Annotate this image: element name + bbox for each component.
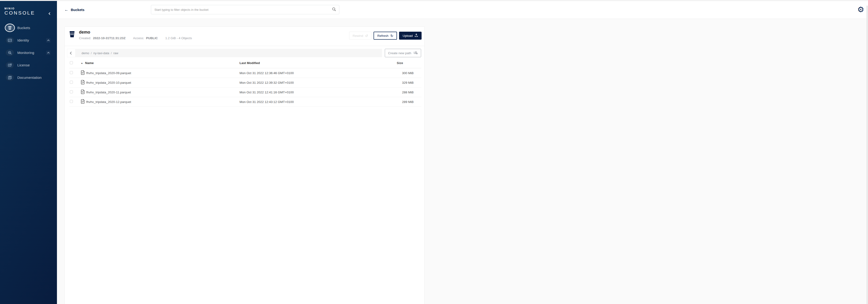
- chevron-left-icon: [49, 12, 51, 15]
- size-column-header[interactable]: Size: [386, 61, 421, 65]
- created-label: Created:: [79, 36, 91, 40]
- upload-button[interactable]: Upload: [399, 32, 422, 39]
- sidebar-item-license[interactable]: License: [0, 59, 57, 71]
- object-name: fhvhv_tripdata_2020-12.parquet: [86, 100, 131, 104]
- sidebar-item-label: Monitoring: [17, 51, 34, 55]
- row-checkbox-cell: [69, 71, 81, 75]
- logo-line1: MINIO: [4, 7, 35, 10]
- bucket-meta: Created: 2022-10-31T11:31:23Z Access: PU…: [79, 36, 192, 40]
- breadcrumb-separator: /: [91, 51, 92, 55]
- bucket-actions: Rewind ↺ Refresh ↻ Upload: [349, 32, 422, 39]
- objects-table: ▲ Name Last Modified Size fhvhv_tripdata…: [69, 58, 421, 107]
- bucket-icon: [5, 24, 14, 31]
- table-row[interactable]: fhvhv_tripdata_2020-09.parquet Mon Oct 3…: [69, 68, 421, 78]
- row-checkbox[interactable]: [70, 90, 73, 93]
- window-top-strip: [0, 0, 434, 1]
- name-column-header[interactable]: ▲ Name: [81, 61, 240, 65]
- row-checkbox-cell: [69, 80, 81, 85]
- breadcrumb-segment[interactable]: raw: [114, 51, 118, 55]
- sidebar-item-label: License: [17, 63, 30, 67]
- object-last-modified: Mon Oct 31 2022 12:39:32 GMT+0100: [240, 81, 386, 84]
- create-path-icon: [413, 51, 418, 55]
- bucket-header: demo Created: 2022-10-31T11:31:23Z Acces…: [65, 27, 424, 46]
- chevron-up-icon: [47, 39, 50, 42]
- breadcrumb: demo / ny-taxi-data / raw: [75, 49, 382, 57]
- logo-line2: CONSOLE: [4, 10, 35, 16]
- object-file-icon: [81, 90, 85, 95]
- breadcrumb-segment[interactable]: demo: [82, 51, 89, 55]
- row-checkbox-cell: [69, 100, 81, 104]
- object-name-cell[interactable]: fhvhv_tripdata_2020-10.parquet: [81, 80, 240, 85]
- object-file-icon: [81, 71, 85, 76]
- created-value: 2022-10-31T11:31:23Z: [93, 36, 126, 40]
- table-row[interactable]: fhvhv_tripdata_2020-10.parquet Mon Oct 3…: [69, 78, 421, 87]
- search-input[interactable]: [151, 8, 332, 11]
- sidebar-item-label: Buckets: [17, 26, 30, 30]
- minio-logo: MINIO CONSOLE: [4, 7, 35, 16]
- back-to-buckets[interactable]: ← Buckets: [64, 1, 84, 19]
- rewind-button[interactable]: Rewind ↺: [349, 32, 372, 39]
- license-document-check-icon: [5, 61, 14, 69]
- row-checkbox[interactable]: [70, 71, 73, 74]
- object-name-cell[interactable]: fhvhv_tripdata_2020-11.parquet: [81, 89, 240, 95]
- row-checkbox[interactable]: [70, 100, 73, 103]
- bucket-title-block: demo Created: 2022-10-31T11:31:23Z Acces…: [79, 30, 192, 40]
- row-checkbox-cell: [69, 90, 81, 94]
- rewind-icon: ↺: [365, 34, 368, 37]
- object-size: 289 MiB: [386, 100, 421, 104]
- object-file-icon: [81, 80, 85, 85]
- monitoring-expand-toggle[interactable]: [46, 51, 51, 55]
- object-file-icon: [81, 99, 85, 105]
- table-header-row: ▲ Name Last Modified Size: [69, 58, 421, 68]
- object-browser: demo / ny-taxi-data / raw Create new pat…: [65, 46, 424, 152]
- top-header-bar: ← Buckets ⚙: [57, 1, 434, 19]
- name-header-label: Name: [85, 61, 94, 65]
- sidebar-item-identity[interactable]: Identity: [0, 34, 57, 47]
- object-name-cell[interactable]: fhvhv_tripdata_2020-09.parquet: [81, 70, 240, 76]
- sidebar-item-documentation[interactable]: Documentation: [0, 71, 57, 84]
- breadcrumb-segment[interactable]: ny-taxi-data: [93, 51, 109, 55]
- identity-card-icon: [5, 36, 14, 44]
- sidebar-item-monitoring[interactable]: Monitoring: [0, 47, 57, 59]
- monitoring-search-pulse-icon: [5, 49, 14, 56]
- object-last-modified: Mon Oct 31 2022 12:41:16 GMT+0100: [240, 90, 386, 94]
- bucket-browser-card: demo Created: 2022-10-31T11:31:23Z Acces…: [64, 27, 425, 152]
- path-back-button[interactable]: [67, 49, 75, 57]
- object-last-modified: Mon Oct 31 2022 12:36:46 GMT+0100: [240, 71, 386, 75]
- sidebar-item-label: Documentation: [17, 76, 42, 80]
- path-bar: demo / ny-taxi-data / raw Create new pat…: [67, 49, 421, 57]
- object-size: 329 MiB: [386, 81, 421, 84]
- chevron-left-icon: [70, 52, 73, 55]
- object-size: 300 MiB: [386, 71, 421, 75]
- sidebar-item-label: Identity: [17, 38, 29, 42]
- object-last-modified: Mon Oct 31 2022 12:43:12 GMT+0100: [240, 100, 386, 104]
- refresh-icon: ↻: [391, 34, 394, 37]
- object-name: fhvhv_tripdata_2020-11.parquet: [86, 90, 131, 94]
- sort-ascending-icon[interactable]: ▲: [81, 62, 83, 64]
- modified-column-header[interactable]: Last Modified: [240, 61, 386, 65]
- breadcrumb-separator: /: [111, 51, 112, 55]
- sidebar-collapse-button[interactable]: [49, 11, 52, 15]
- search-icon: [332, 7, 336, 12]
- page-title: Buckets: [71, 8, 84, 12]
- rewind-button-label: Rewind: [353, 34, 363, 37]
- header-checkbox-cell: [69, 61, 81, 65]
- filter-objects-searchbox: [151, 5, 339, 14]
- access-label: Access:: [133, 36, 144, 40]
- sidebar-menu: Buckets Identity Monitoring License: [0, 22, 57, 84]
- refresh-button[interactable]: Refresh ↻: [374, 32, 397, 39]
- object-name: fhvhv_tripdata_2020-10.parquet: [86, 81, 131, 84]
- bucket-icon: [69, 31, 75, 38]
- create-new-path-button[interactable]: Create new path: [385, 49, 421, 57]
- select-all-checkbox[interactable]: [70, 61, 73, 64]
- object-size: 288 MiB: [386, 90, 421, 94]
- sidebar-item-buckets[interactable]: Buckets: [0, 22, 57, 34]
- table-row[interactable]: fhvhv_tripdata_2020-11.parquet Mon Oct 3…: [69, 87, 421, 97]
- upload-icon: [414, 33, 418, 38]
- refresh-button-label: Refresh: [377, 34, 388, 37]
- identity-expand-toggle[interactable]: [46, 38, 51, 43]
- object-name-cell[interactable]: fhvhv_tripdata_2020-12.parquet: [81, 99, 240, 105]
- sidebar: MINIO CONSOLE Buckets Identity Monitorin…: [0, 1, 57, 152]
- table-row[interactable]: fhvhv_tripdata_2020-12.parquet Mon Oct 3…: [69, 97, 421, 107]
- row-checkbox[interactable]: [70, 81, 73, 84]
